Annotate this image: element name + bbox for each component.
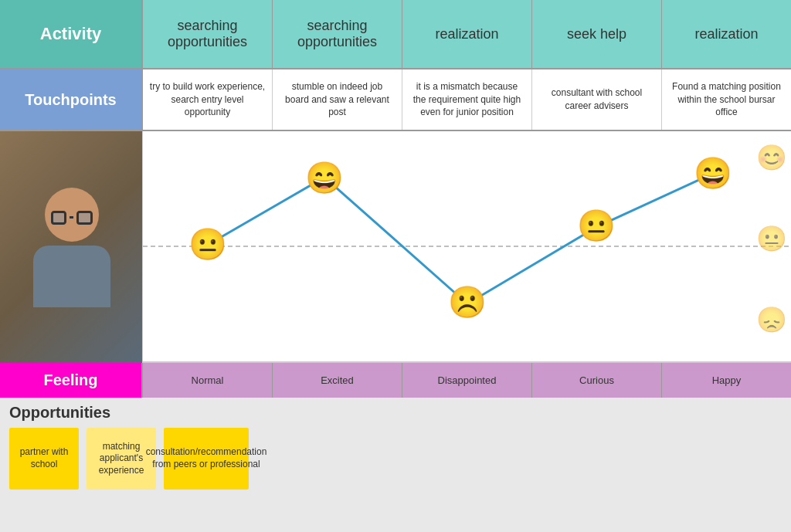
activity-cell-4: seek help	[532, 0, 662, 68]
sticky-note-1: partner with school	[9, 428, 79, 490]
avatar	[0, 131, 143, 363]
activity-row: Activity searching opportunities searchi…	[0, 0, 791, 69]
activity-cell-5: realization	[662, 0, 791, 68]
feeling-label-cell: Feeling	[0, 363, 143, 398]
feeling-cells: Normal Excited Disappointed Curious Happ…	[143, 363, 791, 398]
feeling-cell-4: Curious	[532, 363, 662, 398]
glass-right	[76, 211, 93, 225]
emoji-3: ☹️	[448, 283, 487, 320]
sticky-note-3: consultation/recommendation from peers o…	[164, 428, 249, 490]
person-head	[45, 188, 99, 242]
legend-sad-icon: 😞	[756, 305, 787, 334]
activity-cell-2: searching opportunities	[273, 0, 402, 68]
avatar-area	[0, 131, 143, 363]
person-shape	[33, 188, 110, 307]
main-container: Activity searching opportunities searchi…	[0, 0, 791, 532]
legend-happy-icon: 😊	[756, 143, 787, 172]
opportunities-title: Opportunities	[9, 404, 782, 422]
activity-cell-1: searching opportunities	[143, 0, 273, 68]
touchpoint-cell-2: stumble on indeed job board and saw a re…	[273, 69, 402, 130]
emoji-1: 😐	[188, 226, 227, 263]
activity-label: Activity	[32, 16, 109, 52]
journey-section: 😐 😄 ☹️ 😐 😄 😊 😐 😞	[0, 131, 791, 363]
emoji-4: 😐	[577, 208, 616, 244]
feeling-section: Feeling Normal Excited Disappointed Curi…	[0, 363, 791, 398]
emoji-5: 😄	[694, 154, 732, 191]
activity-cells: searching opportunities searching opport…	[143, 0, 791, 68]
touchpoints-cells: try to build work experience, search ent…	[143, 69, 791, 130]
legend-neutral-icon: 😐	[756, 224, 787, 253]
feeling-cell-2: Excited	[273, 363, 402, 398]
touchpoint-cell-5: Found a matching position within the sch…	[662, 69, 791, 130]
opportunities-section: Opportunities partner with school matchi…	[0, 398, 791, 496]
activity-cell-3: realization	[402, 0, 532, 68]
feeling-cell-1: Normal	[143, 363, 273, 398]
touchpoint-cell-1: try to build work experience, search ent…	[143, 69, 273, 130]
touchpoints-row: Touchpoints try to build work experience…	[0, 69, 791, 131]
sticky-notes-container: partner with school matching applicant's…	[9, 428, 782, 490]
chart-area: 😐 😄 ☹️ 😐 😄 😊 😐 😞	[143, 131, 791, 361]
emoji-2: 😄	[305, 159, 344, 195]
touchpoints-label: Touchpoints	[17, 83, 124, 117]
glass-left	[51, 211, 67, 225]
person-glasses	[51, 211, 93, 225]
touchpoint-cell-4: consultant with school career advisers	[532, 69, 662, 130]
feeling-cell-5: Happy	[662, 363, 791, 398]
feeling-label: Feeling	[43, 371, 97, 389]
touchpoints-label-cell: Touchpoints	[0, 69, 143, 130]
glass-bridge	[70, 216, 73, 219]
activity-label-cell: Activity	[0, 0, 143, 68]
person-body	[33, 246, 110, 307]
touchpoint-cell-3: it is a mismatch because the requirement…	[402, 69, 532, 130]
feeling-cell-3: Disappointed	[402, 363, 532, 398]
